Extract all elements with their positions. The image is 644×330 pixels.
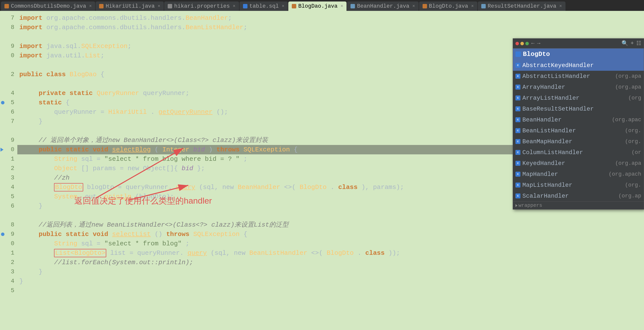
popup-item-0[interactable]: c AbstractKeyedHandler: [513, 60, 644, 71]
layout-icon[interactable]: ☷: [636, 40, 641, 47]
tab-label: BlogDao.java: [298, 3, 337, 9]
item-meta-8: (or: [631, 150, 641, 156]
line-blank5: [0, 211, 17, 220]
item-meta-1: (org.apa: [615, 73, 641, 79]
tab-hikari-util[interactable]: HikariUtil.java ×: [96, 1, 164, 11]
tab-blog-dto[interactable]: BlogDto.java ×: [419, 1, 477, 11]
java-icon: [99, 4, 104, 8]
tab-label: table.sql: [250, 3, 279, 9]
tab-blog-dao[interactable]: BlogDao.java ×: [288, 1, 346, 11]
indent: [19, 118, 35, 125]
item-icon-11: c: [516, 182, 520, 187]
popup-item-9[interactable]: c KeyedHandler (org.apa: [513, 158, 644, 169]
line-blank2: [0, 60, 17, 70]
tab-table-sql[interactable]: table.sql ×: [240, 1, 288, 11]
tab-commons-demo[interactable]: CommonsDbutilsDemo.java ×: [1, 1, 95, 11]
nav-forward[interactable]: →: [537, 40, 540, 46]
tab-label: HikariUtil.java: [106, 3, 154, 9]
parens: ();: [216, 108, 228, 116]
popup-item-3[interactable]: c ArrayListHandler (org: [513, 93, 644, 103]
popup-item-2[interactable]: c ArrayHandler (org.apa: [513, 82, 644, 93]
code-line-blank5: [17, 211, 644, 220]
tab-close-icon[interactable]: ×: [282, 4, 284, 9]
tab-label: ResultSetHandler.java: [488, 3, 556, 9]
line-28: 8: [0, 220, 17, 230]
class-List-decl: List<BlogDto>: [54, 249, 106, 257]
java-icon: [4, 4, 9, 8]
item-icon-8: c: [516, 150, 520, 155]
item-icon-5: c: [516, 117, 520, 122]
query2-args: (sql, new: [211, 249, 250, 257]
keyword-class: class: [46, 71, 66, 78]
popup-item-7[interactable]: c BeanMapHandler (org.: [513, 136, 644, 147]
indent: [19, 146, 35, 153]
comment-19: // 返回单个对象，通过new BeanHandler<>(Class<?> c…: [39, 137, 268, 144]
out-print: .out.: [81, 193, 100, 200]
tab-close-icon[interactable]: ×: [89, 4, 92, 9]
str-sql1: "select * from blog where bid = ? ": [104, 155, 240, 163]
var-name: queryRunner;: [143, 90, 189, 97]
brace: {: [66, 99, 70, 106]
props-icon: [168, 4, 172, 8]
class-System: System: [54, 193, 77, 200]
tab-hikari-props[interactable]: hikari.properties ×: [164, 1, 239, 11]
tab-label: BlogDto.java: [429, 3, 468, 9]
item-name-2: ArrayHandler: [522, 84, 613, 91]
breakpoint-15: [1, 101, 4, 104]
popup-item-1[interactable]: c AbstractListHandler (org.apa: [513, 71, 644, 82]
item-name-0: AbstractKeyedHandler: [522, 62, 641, 69]
item-icon-10: c: [516, 172, 520, 177]
zoom-in-icon[interactable]: +: [630, 40, 634, 46]
paren2: (): [154, 231, 166, 238]
popup-item-4[interactable]: c BaseResultSetHandler: [513, 103, 644, 114]
indent: [19, 221, 35, 229]
popup-list[interactable]: c AbstractKeyedHandler c AbstractListHan…: [513, 60, 644, 201]
item-icon-2: c: [516, 85, 520, 90]
tab-bean-handler[interactable]: BeanHandler.java ×: [347, 1, 418, 11]
folder-icon[interactable]: [516, 204, 518, 207]
tab-close-icon[interactable]: ×: [233, 4, 236, 9]
popup-item-12[interactable]: c ScalarHandler (org.ap: [513, 190, 644, 201]
tab-close-icon[interactable]: ×: [471, 4, 474, 9]
nav-back[interactable]: ←: [531, 40, 534, 46]
tab-bar: CommonsDbutilsDemo.java × HikariUtil.jav…: [0, 0, 644, 11]
popup-item-5[interactable]: c BeanHandler (org.apac: [513, 114, 644, 125]
kw-class1: class: [338, 183, 358, 191]
popup-item-6[interactable]: c BeanListHandler (org.: [513, 125, 644, 136]
item-meta-5: (org.apac: [612, 117, 641, 123]
semicolon: ;: [100, 52, 104, 59]
minimize-dot[interactable]: [520, 42, 524, 45]
arr-end: };: [197, 165, 205, 172]
kw-private: private: [39, 90, 66, 97]
popup-item-8[interactable]: c ColumnListHandler (or: [513, 147, 644, 158]
class-String: String: [54, 155, 77, 163]
class-HikariUtil: HikariUtil: [108, 108, 147, 116]
class-SQLException-sig: SQLException: [244, 146, 290, 153]
item-name-11: MapListHandler: [522, 182, 623, 188]
class-BeanListHandler: BeanListHandler: [186, 24, 244, 31]
folder-triangle: [516, 204, 518, 207]
code-line-34: }: [17, 277, 644, 286]
semicolon: ;: [128, 42, 132, 50]
zoom-out-icon[interactable]: 🔍: [622, 40, 628, 47]
kw-void2: void: [93, 231, 108, 238]
import-path3: java.util.: [46, 52, 85, 59]
close-dot[interactable]: [516, 42, 519, 45]
method-selectBlog: selectBlog: [112, 146, 151, 153]
blogdto-icon: [516, 51, 521, 57]
import-path: org.apache.commons.dbutils.handlers.: [46, 24, 186, 31]
indent2: [19, 249, 50, 257]
tab-close-icon[interactable]: ×: [340, 4, 343, 9]
tab-close-icon[interactable]: ×: [158, 4, 160, 9]
popup-item-11[interactable]: c MapListHandler (org.: [513, 179, 644, 190]
tab-resultset-handler[interactable]: ResultSetHandler.java ×: [478, 1, 566, 11]
generics2: <>(: [311, 249, 323, 257]
tab-close-icon[interactable]: ×: [559, 4, 562, 9]
maximize-dot[interactable]: [525, 42, 529, 45]
keyword-import: import: [19, 52, 42, 59]
kw-static2: static: [66, 231, 89, 238]
popup-item-10[interactable]: c MapHandler (org.apach: [513, 169, 644, 179]
tab-close-icon[interactable]: ×: [412, 4, 415, 9]
indent: [19, 90, 35, 97]
line-33: 3: [0, 267, 17, 277]
